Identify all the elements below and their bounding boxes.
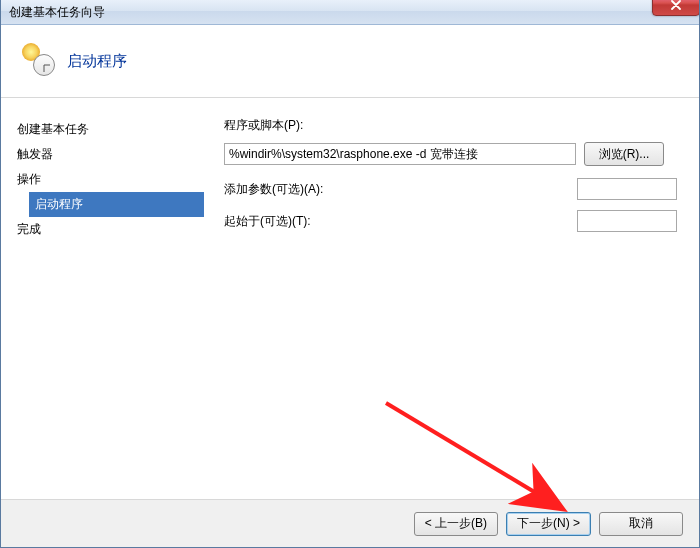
window-title: 创建基本任务向导 [9,4,105,21]
program-script-input[interactable] [224,143,576,165]
wizard-header: 启动程序 [1,25,699,98]
titlebar: 创建基本任务向导 [1,0,699,25]
step-action[interactable]: 操作 [15,167,206,192]
step-finish[interactable]: 完成 [15,217,206,242]
start-in-input[interactable] [577,210,677,232]
close-icon [670,0,682,10]
task-scheduler-icon [25,46,55,76]
browse-button[interactable]: 浏览(R)... [584,142,664,166]
wizard-footer: < 上一步(B) 下一步(N) > 取消 [1,499,699,547]
wizard-body: 创建基本任务 触发器 操作 启动程序 完成 程序或脚本(P): 浏览(R)...… [1,99,699,499]
back-button[interactable]: < 上一步(B) [414,512,498,536]
wizard-content: 程序或脚本(P): 浏览(R)... 添加参数(可选)(A): 起始于(可选)(… [206,99,699,499]
wizard-window: 创建基本任务向导 启动程序 创建基本任务 触发器 操作 启动程序 完成 程序或脚… [0,0,700,548]
program-script-label: 程序或脚本(P): [224,117,677,134]
arguments-input[interactable] [577,178,677,200]
close-button[interactable] [652,0,700,16]
next-button[interactable]: 下一步(N) > [506,512,591,536]
step-start-program[interactable]: 启动程序 [29,192,204,217]
step-create-basic-task[interactable]: 创建基本任务 [15,117,206,142]
page-title: 启动程序 [67,52,127,71]
wizard-steps-sidebar: 创建基本任务 触发器 操作 启动程序 完成 [1,99,206,499]
step-trigger[interactable]: 触发器 [15,142,206,167]
cancel-button[interactable]: 取消 [599,512,683,536]
arguments-label: 添加参数(可选)(A): [224,181,323,198]
start-in-label: 起始于(可选)(T): [224,213,311,230]
